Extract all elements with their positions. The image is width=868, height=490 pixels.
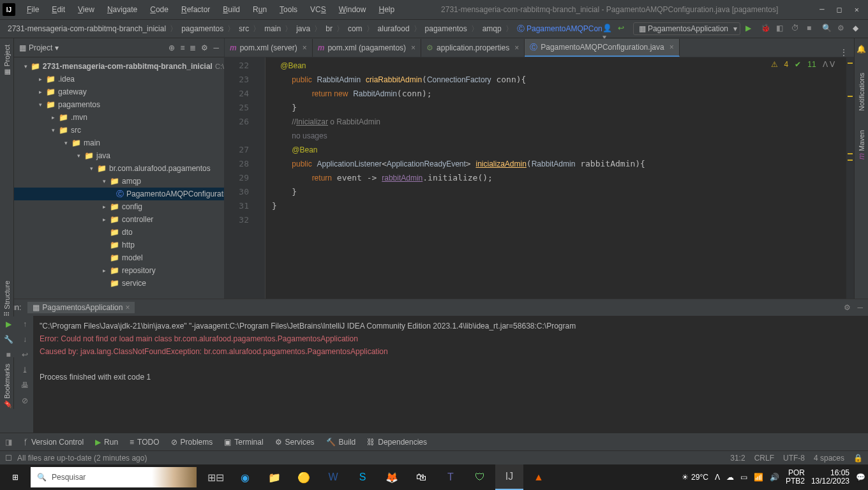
project-tool-button[interactable]: ▦ Project <box>3 45 11 77</box>
rerun-icon[interactable]: ▶ <box>6 320 11 329</box>
fold-column[interactable] <box>257 57 266 299</box>
dependencies-button[interactable]: ⛓Dependencies <box>367 438 427 447</box>
menu-run[interactable]: Run <box>248 3 272 16</box>
stop-icon[interactable]: ■ <box>807 24 817 34</box>
firefox-icon[interactable]: 🦊 <box>378 464 406 490</box>
intellij-taskbar-icon[interactable]: IJ <box>495 464 523 490</box>
search-icon[interactable]: 🔍 <box>822 24 832 34</box>
language-indicator[interactable]: PORPTB2 <box>786 469 805 486</box>
todo-button[interactable]: ≡TODO <box>130 438 159 447</box>
battery-icon[interactable]: ▭ <box>740 473 747 482</box>
crumb[interactable]: alurafood <box>375 23 412 34</box>
scroll-end-icon[interactable]: ⤓ <box>22 366 28 375</box>
notifications-tray-icon[interactable]: 💬 <box>856 473 865 482</box>
crumb[interactable]: pagamentos <box>179 23 226 34</box>
indent-settings[interactable]: 4 spaces <box>814 454 844 463</box>
tree-node[interactable]: 📁http <box>14 239 224 251</box>
menu-navigate[interactable]: Navigate <box>102 3 142 16</box>
run-settings-icon[interactable]: ⚙ <box>844 303 851 312</box>
caret-position[interactable]: 31:2 <box>730 454 745 463</box>
tree-node[interactable]: ▸📁.mvn <box>14 111 224 124</box>
vlc-icon[interactable]: ▲ <box>525 464 553 490</box>
maven-tool-button[interactable]: m Maven <box>857 130 866 160</box>
tab-pagamento-config[interactable]: ⒸPagamentoAMQPConfiguration.java× <box>525 39 679 57</box>
crumb[interactable]: java <box>294 23 313 34</box>
menu-file[interactable]: File <box>22 3 44 16</box>
soft-wrap-icon[interactable]: ↩ <box>22 350 28 359</box>
menu-tools[interactable]: Tools <box>274 3 303 16</box>
close-icon[interactable]: × <box>303 43 307 52</box>
menu-help[interactable]: Help <box>373 3 400 16</box>
menu-refactor[interactable]: Refactor <box>176 3 215 16</box>
tree-node[interactable]: 📁dto <box>14 226 224 239</box>
panel-settings-icon[interactable]: ⚙ <box>201 43 208 52</box>
tree-node[interactable]: ▸📁controller <box>14 213 224 226</box>
tabs-more-icon[interactable]: ⋮ <box>834 48 854 57</box>
word-icon[interactable]: W <box>319 464 347 490</box>
crumb[interactable]: 2731-mensageria-com-rabbitmq-branch_inic… <box>5 23 168 34</box>
tab-application-properties[interactable]: ⚙application.properties× <box>421 39 525 57</box>
version-control-button[interactable]: ᚶVersion Control <box>24 438 84 447</box>
expand-all-icon[interactable]: ≡ <box>180 43 184 52</box>
start-button[interactable]: ⊞ <box>0 464 31 490</box>
wifi-icon[interactable]: 📶 <box>754 473 763 482</box>
profiler-icon[interactable]: ⏱ <box>791 24 802 34</box>
project-tree[interactable]: ▾📁 2731-mensageria-com-rabbitmq-branch_i… <box>14 57 224 299</box>
menu-build[interactable]: Build <box>218 3 245 16</box>
collapse-all-icon[interactable]: ≣ <box>190 43 196 52</box>
crumb-class[interactable]: Ⓒ PagamentoAMQPConfiguration <box>514 22 602 36</box>
ide-icon[interactable]: ◆ <box>853 24 863 34</box>
menu-code[interactable]: Code <box>145 3 174 16</box>
tray-chevron-icon[interactable]: ᐱ <box>715 473 720 482</box>
editor-gutter[interactable]: 2223242526272829303132 <box>225 57 257 299</box>
project-panel-header[interactable]: ▦ Project ▾ <box>19 43 168 52</box>
terminal-button[interactable]: ▣Terminal <box>224 438 263 447</box>
clear-icon[interactable]: ⊘ <box>22 396 28 405</box>
hammer-icon[interactable]: ↩ <box>618 24 628 34</box>
weather-widget[interactable]: ☀ 29°C <box>682 473 708 482</box>
run-config-selector[interactable]: ▦ PagamentosApplication <box>633 22 740 35</box>
select-opened-icon[interactable]: ⊕ <box>168 43 175 52</box>
hide-panel-icon[interactable]: ─ <box>213 43 219 52</box>
settings-icon[interactable]: ⚙ <box>837 24 848 34</box>
menu-edit[interactable]: Edit <box>47 3 70 16</box>
error-stripe[interactable] <box>846 57 854 299</box>
taskbar-search[interactable]: 🔍 Pesquisar <box>31 467 197 487</box>
file-encoding[interactable]: UTF-8 <box>783 454 805 463</box>
tree-node[interactable]: ▾📁src <box>14 124 224 137</box>
wrench-icon[interactable]: 🔧 <box>4 335 13 344</box>
chrome-icon[interactable]: 🟡 <box>290 464 318 490</box>
services-button[interactable]: ⚙Services <box>275 438 315 447</box>
run-icon[interactable]: ▶ <box>745 24 756 34</box>
notifications-icon[interactable]: 🔔 <box>857 45 866 54</box>
console-output[interactable]: "C:\Program Files\Java\jdk-21\bin\java.e… <box>33 316 868 433</box>
problems-button[interactable]: ⊘Problems <box>171 438 213 447</box>
lock-icon[interactable]: 🔒 <box>853 454 863 463</box>
crumb[interactable]: com <box>345 23 365 34</box>
tree-node[interactable]: 📁service <box>14 277 224 290</box>
tree-node[interactable]: ▸📁.idea <box>14 73 224 85</box>
bookmarks-tool-button[interactable]: 🔖 Bookmarks <box>3 364 11 409</box>
tree-node[interactable]: ▾📁java <box>14 149 224 162</box>
store-icon[interactable]: 🛍 <box>407 464 435 490</box>
onedrive-icon[interactable]: ☁ <box>726 473 734 482</box>
menu-window[interactable]: Window <box>334 3 371 16</box>
skype-icon[interactable]: S <box>348 464 377 490</box>
crumb[interactable]: src <box>236 23 251 34</box>
minimize-button[interactable]: ─ <box>819 5 824 14</box>
close-icon[interactable]: × <box>514 43 519 52</box>
run-tab[interactable]: ▦ PagamentosApplication × <box>27 302 135 313</box>
code-area[interactable]: @Bean public RabbitAdmin criaRabbitAdmin… <box>266 57 854 299</box>
tree-node[interactable]: ▸📁gateway <box>14 85 224 98</box>
tree-node[interactable]: ▾📁main <box>14 137 224 149</box>
users-icon[interactable]: 👤▾ <box>602 24 613 34</box>
explorer-icon[interactable]: 📁 <box>260 464 288 490</box>
tree-node[interactable]: ▾📁pagamentos <box>14 98 224 111</box>
tree-root[interactable]: ▾📁 2731-mensageria-com-rabbitmq-branch_i… <box>14 60 224 73</box>
crumb[interactable]: pagamentos <box>423 23 470 34</box>
run-button[interactable]: ▶Run <box>95 438 118 447</box>
menu-view[interactable]: View <box>73 3 100 16</box>
close-button[interactable]: ✕ <box>855 5 859 14</box>
notifications-tool-button[interactable]: Notifications <box>858 73 865 111</box>
edge-icon[interactable]: ◉ <box>231 464 259 490</box>
